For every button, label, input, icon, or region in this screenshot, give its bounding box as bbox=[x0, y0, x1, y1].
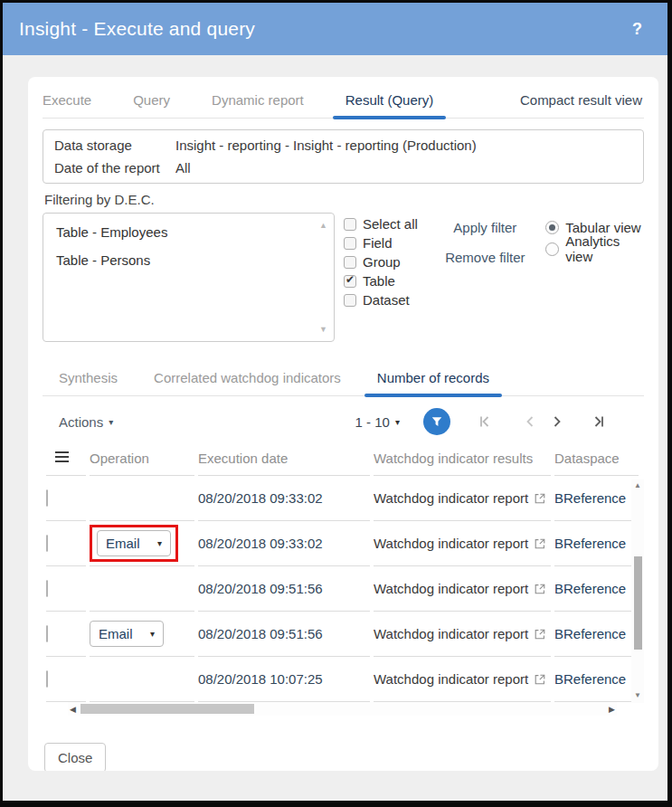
actions-dropdown[interactable]: Actions ▾ bbox=[59, 414, 113, 430]
chevron-down-icon: ▾ bbox=[109, 417, 113, 427]
radio-label: Tabular view bbox=[565, 220, 640, 235]
row-checkbox[interactable] bbox=[46, 670, 48, 688]
info-row-data-storage: Data storage Insight - reporting - Insig… bbox=[54, 134, 632, 157]
external-link-icon[interactable] bbox=[535, 493, 545, 504]
dataspace-cell: BReference bbox=[554, 612, 639, 657]
filter-funnel-button[interactable] bbox=[423, 408, 450, 435]
dataspace-cell: BReference bbox=[554, 657, 639, 702]
tab-execute[interactable]: Execute bbox=[43, 92, 91, 108]
radio-label: Analytics view bbox=[565, 233, 644, 264]
previous-page-button[interactable] bbox=[523, 414, 537, 429]
watchdog-report-link[interactable]: Watchdog indicator report bbox=[374, 671, 528, 687]
tab-number-of-records[interactable]: Number of records bbox=[377, 370, 489, 385]
list-item[interactable]: Table - Employees bbox=[56, 224, 310, 240]
operation-cell bbox=[90, 566, 194, 612]
row-checkbox[interactable] bbox=[46, 489, 48, 507]
chevron-down-icon: ▾ bbox=[395, 417, 400, 427]
scroll-right-icon[interactable]: ▶ bbox=[609, 705, 615, 714]
close-button[interactable]: Close bbox=[44, 743, 106, 771]
checkbox-select-all[interactable]: Select all bbox=[344, 214, 430, 233]
list-item[interactable]: Table - Persons bbox=[56, 252, 310, 268]
radio-icon[interactable] bbox=[545, 242, 559, 256]
horizontal-scrollbar[interactable]: ◀ ▶ bbox=[68, 702, 617, 716]
scroll-left-icon[interactable]: ◀ bbox=[70, 705, 76, 714]
remove-filter-link[interactable]: Remove filter bbox=[444, 250, 525, 265]
row-checkbox[interactable] bbox=[46, 625, 48, 642]
execution-date-cell: 08/20/2018 09:33:02 bbox=[198, 476, 370, 521]
operation-select[interactable]: Email ▾ bbox=[97, 530, 171, 556]
row-checkbox[interactable] bbox=[46, 580, 48, 597]
external-link-icon[interactable] bbox=[535, 674, 545, 685]
first-page-button[interactable] bbox=[478, 414, 492, 429]
column-menu-header[interactable] bbox=[46, 445, 86, 476]
checkbox-label: Group bbox=[363, 254, 401, 270]
checkbox-checked-icon[interactable] bbox=[344, 275, 356, 288]
result-tab-bar: Synthesis Correlated watchdog indicators… bbox=[43, 360, 644, 396]
watchdog-report-link[interactable]: Watchdog indicator report bbox=[374, 626, 528, 641]
vertical-scrollbar-thumb[interactable] bbox=[634, 556, 642, 650]
scroll-down-icon[interactable]: ▼ bbox=[319, 325, 327, 334]
external-link-icon[interactable] bbox=[535, 629, 545, 640]
apply-filter-link[interactable]: Apply filter bbox=[444, 220, 525, 235]
checkbox-table[interactable]: Table bbox=[344, 271, 430, 290]
checkbox-dataset[interactable]: Dataset bbox=[344, 290, 430, 309]
tab-result-query[interactable]: Result (Query) bbox=[345, 92, 434, 108]
dataspace-cell: BReference bbox=[554, 476, 639, 521]
help-icon[interactable]: ? bbox=[632, 20, 642, 39]
table-row: Email ▾ 08/20/2018 09:33:02 Watchdog ind… bbox=[46, 521, 639, 566]
filtering-section: Table - Employees Table - Persons ▲ ▼ Se… bbox=[43, 213, 644, 342]
operation-cell bbox=[90, 657, 194, 702]
next-page-button[interactable] bbox=[550, 414, 564, 429]
tab-synthesis[interactable]: Synthesis bbox=[59, 370, 118, 385]
red-highlight-box: Email ▾ bbox=[90, 525, 178, 562]
external-link-icon[interactable] bbox=[535, 584, 545, 594]
operation-cell: Email ▾ bbox=[90, 612, 194, 657]
checkbox-label: Table bbox=[363, 273, 395, 289]
column-header-watchdog[interactable]: Watchdog indicator results bbox=[374, 445, 551, 476]
last-page-button[interactable] bbox=[592, 414, 606, 429]
scroll-up-icon[interactable]: ▲ bbox=[319, 221, 327, 230]
checkbox-icon[interactable] bbox=[344, 294, 356, 307]
report-date-label: Date of the report bbox=[54, 157, 175, 179]
tab-correlated-watchdog-indicators[interactable]: Correlated watchdog indicators bbox=[154, 370, 341, 385]
watchdog-report-link[interactable]: Watchdog indicator report bbox=[374, 490, 528, 506]
row-checkbox[interactable] bbox=[46, 535, 48, 552]
execution-date-cell: 08/20/2018 09:33:02 bbox=[198, 521, 370, 566]
tab-dynamic-report[interactable]: Dynamic report bbox=[212, 92, 304, 108]
checkbox-icon[interactable] bbox=[344, 218, 356, 231]
compact-result-view-link[interactable]: Compact result view bbox=[520, 92, 642, 108]
watchdog-cell: Watchdog indicator report bbox=[374, 657, 551, 702]
scroll-down-icon[interactable]: ▼ bbox=[634, 691, 641, 700]
dataspace-cell: BReference bbox=[554, 566, 639, 612]
tab-query[interactable]: Query bbox=[133, 92, 170, 108]
watchdog-report-link[interactable]: Watchdog indicator report bbox=[374, 536, 528, 551]
checkbox-group[interactable]: Group bbox=[344, 252, 430, 271]
checkbox-field[interactable]: Field bbox=[344, 233, 430, 252]
record-range-dropdown[interactable]: 1 - 10 ▾ bbox=[355, 414, 400, 430]
execution-date-cell: 08/20/2018 09:51:56 bbox=[198, 612, 370, 657]
vertical-scrollbar[interactable]: ▲ ▼ bbox=[631, 479, 644, 703]
filter-checkbox-group: Select all Field Group Table Dataset bbox=[344, 213, 430, 342]
radio-selected-icon[interactable] bbox=[545, 221, 559, 234]
radio-analytics-view[interactable]: Analytics view bbox=[545, 238, 644, 260]
hamburger-menu-icon[interactable] bbox=[55, 449, 69, 465]
filter-actions: Apply filter Remove filter bbox=[444, 213, 525, 342]
column-header-operation[interactable]: Operation bbox=[90, 445, 194, 476]
checkbox-icon[interactable] bbox=[344, 237, 356, 250]
dialog-window: Insight - Execute and query ? Execute Qu… bbox=[0, 0, 672, 807]
scroll-up-icon[interactable]: ▲ bbox=[634, 481, 641, 490]
dataspace-cell: BReference bbox=[554, 521, 639, 566]
checkbox-icon[interactable] bbox=[344, 256, 356, 269]
checkbox-label: Field bbox=[363, 235, 393, 251]
table-toolbar: Actions ▾ 1 - 10 ▾ bbox=[43, 404, 644, 440]
dec-filter-listbox[interactable]: Table - Employees Table - Persons ▲ ▼ bbox=[43, 213, 335, 342]
operation-select[interactable]: Email ▾ bbox=[90, 621, 164, 647]
results-table-area: Operation Execution date Watchdog indica… bbox=[43, 445, 644, 716]
watchdog-report-link[interactable]: Watchdog indicator report bbox=[374, 581, 528, 596]
external-link-icon[interactable] bbox=[535, 538, 545, 549]
record-range-label: 1 - 10 bbox=[355, 414, 390, 430]
column-header-dataspace[interactable]: Dataspace bbox=[554, 445, 639, 476]
column-header-execution-date[interactable]: Execution date bbox=[198, 445, 370, 476]
execution-date-cell: 08/20/2018 09:51:56 bbox=[198, 566, 370, 612]
horizontal-scrollbar-thumb[interactable] bbox=[80, 704, 254, 714]
